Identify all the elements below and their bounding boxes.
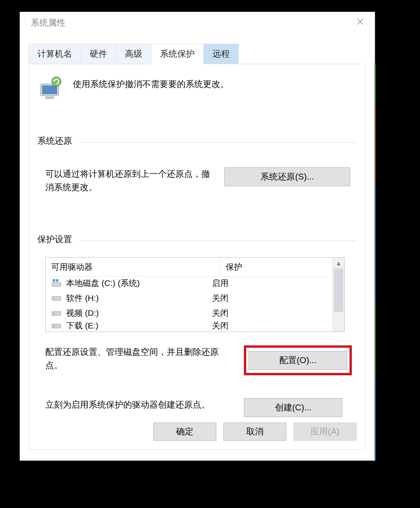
cancel-button[interactable]: 取消: [223, 423, 286, 441]
close-button[interactable]: [348, 12, 372, 34]
system-properties-window: 系统属性 计算机名 硬件 高级 系统保护 远程: [20, 12, 375, 461]
section-system-restore: 系统还原 可以通过将计算机还原到上一个还原点，撤消系统更改。 系统还原(S)..…: [37, 135, 357, 194]
col-protection[interactable]: 保护: [220, 258, 345, 277]
background-edge: [374, 63, 376, 460]
disk-icon: [51, 308, 62, 318]
drive-name: 软件 (H:): [66, 293, 212, 304]
svg-rect-9: [52, 311, 61, 315]
tab-system-protection[interactable]: 系统保护: [151, 44, 204, 64]
drives-header: 可用驱动器 保护: [46, 258, 344, 277]
configure-row: 配置还原设置、管理磁盘空间，并且删除还原点。 配置(O)...: [37, 345, 357, 375]
system-protection-icon: [38, 76, 63, 100]
svg-rect-4: [52, 282, 61, 286]
drive-status: 关闭: [212, 321, 229, 331]
svg-rect-6: [56, 279, 58, 282]
drives-listbox[interactable]: 可用驱动器 保护 本地磁盘 (C:) (系统) 启用: [45, 257, 345, 332]
create-text: 立刻为启用系统保护的驱动器创建还原点。: [45, 398, 234, 412]
drive-status: 启用: [212, 278, 229, 289]
table-row[interactable]: 本地磁盘 (C:) (系统) 启用: [46, 276, 333, 291]
create-row: 立刻为启用系统保护的驱动器创建还原点。 创建(C)...: [37, 398, 357, 417]
tab-advanced[interactable]: 高级: [116, 44, 151, 64]
drive-name: 视频 (D:): [66, 308, 212, 319]
configure-highlight: 配置(O)...: [244, 345, 352, 375]
divider: [78, 241, 357, 241]
tab-panel-system-protection: 使用系统保护撤消不需要要的系统更改。 系统还原 可以通过将计算机还原到上一个还原…: [28, 64, 366, 450]
dialog-button-row: 确定 取消 应用(A): [153, 423, 357, 441]
configure-text: 配置还原设置、管理磁盘空间，并且删除还原点。: [45, 345, 234, 372]
close-icon: [356, 17, 364, 28]
configure-button[interactable]: 配置(O)...: [249, 351, 347, 370]
tab-hardware[interactable]: 硬件: [81, 44, 116, 64]
scrollbar[interactable]: ▴: [332, 258, 344, 332]
svg-rect-1: [42, 85, 57, 94]
col-drive[interactable]: 可用驱动器: [46, 258, 220, 277]
svg-point-8: [54, 298, 55, 299]
drive-status: 关闭: [212, 308, 229, 319]
table-row[interactable]: 视频 (D:) 关闭: [46, 306, 333, 321]
intro-row: 使用系统保护撤消不需要要的系统更改。: [37, 74, 357, 102]
tab-remote[interactable]: 远程: [204, 44, 239, 64]
svg-rect-11: [52, 324, 61, 328]
svg-rect-5: [53, 279, 55, 282]
apply-button[interactable]: 应用(A): [294, 423, 357, 441]
title-bar: 系统属性: [20, 12, 374, 34]
disk-icon: [51, 293, 62, 303]
drive-name: 本地磁盘 (C:) (系统): [66, 278, 212, 289]
ok-button[interactable]: 确定: [153, 423, 216, 441]
section-title-protection: 保护设置: [37, 234, 72, 245]
window-title: 系统属性: [31, 17, 65, 29]
restore-description: 可以通过将计算机还原到上一个还原点，撤消系统更改。: [45, 167, 215, 194]
svg-point-12: [54, 326, 55, 327]
disk-icon: [51, 321, 62, 330]
section-protection-settings: 保护设置 可用驱动器 保护: [37, 234, 357, 417]
scroll-thumb[interactable]: [334, 269, 343, 312]
section-title-restore: 系统还原: [37, 135, 72, 147]
svg-point-3: [52, 77, 61, 86]
tab-strip: 计算机名 硬件 高级 系统保护 远程: [28, 43, 374, 64]
svg-rect-2: [45, 96, 54, 99]
divider: [78, 142, 357, 143]
intro-text: 使用系统保护撤消不需要要的系统更改。: [73, 76, 229, 90]
tab-computer-name[interactable]: 计算机名: [28, 44, 81, 64]
system-restore-button[interactable]: 系统还原(S)...: [224, 167, 350, 186]
drive-status: 关闭: [212, 293, 229, 304]
svg-rect-7: [52, 297, 61, 300]
svg-point-10: [54, 313, 55, 314]
drive-name: 下载 (E:): [66, 321, 212, 331]
system-disk-icon: [51, 278, 62, 288]
table-row[interactable]: 下载 (E:) 关闭: [46, 321, 333, 331]
scroll-up-icon[interactable]: ▴: [333, 258, 344, 269]
table-row[interactable]: 软件 (H:) 关闭: [46, 291, 333, 306]
create-button[interactable]: 创建(C)...: [244, 398, 342, 417]
